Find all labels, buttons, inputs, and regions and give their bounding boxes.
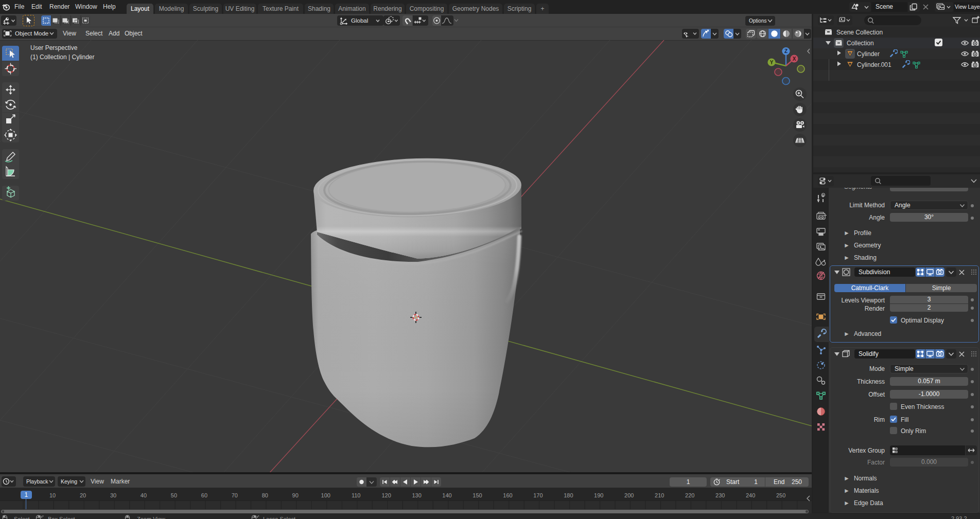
svg-text:50: 50 bbox=[171, 492, 177, 498]
svg-text:X: X bbox=[793, 56, 796, 62]
svg-text:160: 160 bbox=[503, 492, 512, 498]
svg-text:120: 120 bbox=[381, 492, 391, 498]
svg-text:30: 30 bbox=[110, 492, 116, 498]
svg-text:140: 140 bbox=[442, 492, 451, 498]
svg-text:130: 130 bbox=[412, 492, 421, 498]
svg-text:80: 80 bbox=[262, 492, 268, 498]
svg-text:180: 180 bbox=[564, 492, 573, 498]
svg-text:100: 100 bbox=[321, 492, 330, 498]
svg-text:20: 20 bbox=[80, 492, 86, 498]
svg-text:170: 170 bbox=[533, 492, 542, 498]
svg-text:90: 90 bbox=[292, 492, 299, 498]
svg-text:150: 150 bbox=[472, 492, 482, 498]
svg-text:60: 60 bbox=[201, 492, 207, 498]
svg-text:250: 250 bbox=[776, 492, 785, 498]
svg-text:Y: Y bbox=[770, 60, 774, 65]
svg-text:70: 70 bbox=[232, 492, 238, 498]
svg-text:Z: Z bbox=[784, 48, 787, 54]
svg-text:190: 190 bbox=[594, 492, 603, 498]
svg-text:110: 110 bbox=[352, 492, 361, 498]
svg-text:220: 220 bbox=[685, 492, 694, 498]
svg-text:230: 230 bbox=[715, 492, 725, 498]
svg-text:40: 40 bbox=[141, 492, 147, 498]
svg-text:200: 200 bbox=[624, 492, 634, 498]
svg-text:10: 10 bbox=[49, 492, 56, 498]
svg-text:240: 240 bbox=[746, 492, 755, 498]
svg-text:210: 210 bbox=[655, 492, 664, 498]
